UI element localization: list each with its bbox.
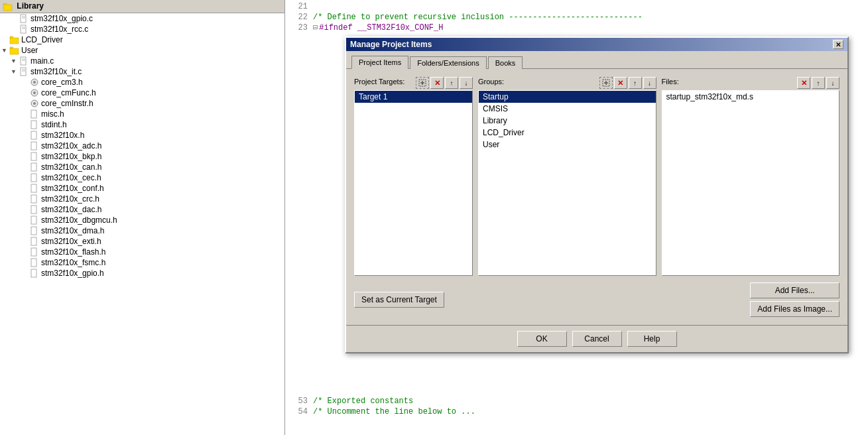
svg-rect-12 xyxy=(21,68,26,76)
files-buttons: ✕ ↑ ↓ xyxy=(797,77,839,89)
tree-item[interactable]: ▼ User xyxy=(0,45,284,56)
svg-point-16 xyxy=(33,81,36,84)
svg-rect-21 xyxy=(31,110,36,118)
delete-group-icon: ✕ xyxy=(617,79,623,88)
dialog-tabs: Project Items Folders/Extensions Books xyxy=(346,51,847,69)
group-item-label: User xyxy=(483,140,499,149)
groups-toolbar: Groups: ✕ ↑ xyxy=(478,77,656,89)
up-arrow-icon: ↑ xyxy=(450,80,454,87)
tree-item[interactable]: stm32f10x_can.h xyxy=(0,162,284,172)
tab-books[interactable]: Books xyxy=(488,56,523,69)
tree-item[interactable]: stm32f10x_conf.h xyxy=(0,183,284,194)
dialog-close-button[interactable]: ✕ xyxy=(833,40,843,49)
group-item-label: Library xyxy=(483,116,507,125)
tree-item-label: stm32f10x_cec.h xyxy=(41,173,101,182)
move-file-down-button[interactable]: ↓ xyxy=(826,77,839,89)
tree-item[interactable]: ▼ main.c xyxy=(0,56,284,66)
delete-group-button[interactable]: ✕ xyxy=(614,77,627,89)
set-as-current-target-button[interactable]: Set as Current Target xyxy=(354,292,444,308)
tree-item[interactable]: stm32f10x_dma.h xyxy=(0,225,284,236)
new-target-button[interactable] xyxy=(416,77,429,89)
move-target-up-button[interactable]: ↑ xyxy=(445,77,458,89)
tree-item[interactable]: ▼ stm32f10x_it.c xyxy=(0,66,284,77)
tree-item-label: misc.h xyxy=(41,109,64,119)
tree-item[interactable]: core_cmInstr.h xyxy=(0,98,284,109)
svg-rect-29 xyxy=(31,195,36,203)
files-action-buttons: Add Files... Add Files as Image... xyxy=(750,282,839,317)
new-group-button[interactable] xyxy=(599,77,613,89)
svg-rect-0 xyxy=(3,5,12,11)
down-file-arrow-icon: ↓ xyxy=(832,80,835,87)
move-target-down-button[interactable]: ↓ xyxy=(460,77,473,89)
tree-item[interactable]: stm32f10x_cec.h xyxy=(0,172,284,183)
tree-item[interactable]: stm32f10x_exti.h xyxy=(0,236,284,247)
tree-title: Library xyxy=(3,1,44,11)
tree-item[interactable]: stm32f10x_crc.h xyxy=(0,194,284,204)
groups-label: Groups: xyxy=(478,78,504,86)
svg-rect-22 xyxy=(31,121,36,129)
delete-file-button[interactable]: ✕ xyxy=(797,77,810,89)
tree-item[interactable]: stm32f10x_flash.h xyxy=(0,247,284,257)
tree-item[interactable]: core_cm3.h xyxy=(0,77,284,88)
move-group-up-button[interactable]: ↑ xyxy=(629,77,642,89)
tree-item[interactable]: stm32f10x_dac.h xyxy=(0,204,284,215)
expand-icon: ▼ xyxy=(11,68,19,75)
svg-rect-36 xyxy=(31,269,36,277)
tab-project-items[interactable]: Project Items xyxy=(351,56,408,69)
tree-item[interactable]: stm32f10x_bkp.h xyxy=(0,151,284,162)
svg-rect-27 xyxy=(31,174,36,182)
file-item[interactable]: startup_stm32f10x_md.s xyxy=(662,91,839,103)
modal-overlay: Manage Project Items ✕ Project Items Fol… xyxy=(285,0,868,435)
tree-item[interactable]: stm32f10x.h xyxy=(0,130,284,141)
tree-item-label: stm32f10x_dma.h xyxy=(41,226,104,235)
project-targets-list[interactable]: Target 1 xyxy=(354,90,473,276)
help-button[interactable]: Help xyxy=(627,331,677,347)
group-item[interactable]: Startup xyxy=(479,91,656,103)
move-file-up-button[interactable]: ↑ xyxy=(812,77,825,89)
svg-rect-32 xyxy=(31,227,36,235)
files-list[interactable]: startup_stm32f10x_md.s xyxy=(662,90,840,276)
tree-item[interactable]: core_cmFunc.h xyxy=(0,88,284,98)
file-item-label: startup_stm32f10x_md.s xyxy=(666,92,753,101)
tree-item-label: LCD_Driver xyxy=(21,35,63,44)
expand-icon: ▼ xyxy=(1,47,9,54)
group-item-label: Startup xyxy=(483,92,509,101)
tree-item[interactable]: misc.h xyxy=(0,109,284,119)
tree-item[interactable]: LCD_Driver xyxy=(0,34,284,45)
svg-rect-1 xyxy=(21,15,26,23)
svg-rect-31 xyxy=(31,216,36,224)
group-item[interactable]: LCD_Driver xyxy=(479,127,656,139)
tab-folders-extensions[interactable]: Folders/Extensions xyxy=(410,56,487,69)
delete-target-button[interactable]: ✕ xyxy=(430,77,444,89)
project-targets-buttons: ✕ ↑ ↓ xyxy=(416,77,473,89)
groups-list[interactable]: Startup CMSIS Library LCD_Driver xyxy=(478,90,656,276)
dialog-title: Manage Project Items xyxy=(350,40,432,49)
move-group-down-button[interactable]: ↓ xyxy=(643,77,656,89)
group-item[interactable]: User xyxy=(479,139,656,151)
group-item[interactable]: Library xyxy=(479,115,656,127)
down-group-arrow-icon: ↓ xyxy=(648,80,651,87)
groups-column: Groups: ✕ ↑ xyxy=(478,77,656,276)
tree-header: Library xyxy=(0,0,284,13)
groups-buttons: ✕ ↑ ↓ xyxy=(599,77,656,89)
columns-container: Project Targets: ✕ ↑ xyxy=(354,77,839,276)
tree-item[interactable]: stm32f10x_rcc.c xyxy=(0,24,284,34)
tree-item[interactable]: stm32f10x_gpio.h xyxy=(0,268,284,279)
add-files-as-image-button[interactable]: Add Files as Image... xyxy=(750,301,839,317)
tree-item-label: stdint.h xyxy=(41,120,67,129)
dialog-content: Project Targets: ✕ ↑ xyxy=(346,69,847,325)
tree-item[interactable]: stm32f10x_fsmc.h xyxy=(0,257,284,268)
add-files-button[interactable]: Add Files... xyxy=(750,282,839,298)
tree-item-label: stm32f10x_bkp.h xyxy=(41,152,101,161)
group-item-label: CMSIS xyxy=(483,104,508,113)
svg-rect-7 xyxy=(10,38,19,44)
tree-item[interactable]: stm32f10x_adc.h xyxy=(0,141,284,151)
project-targets-column: Project Targets: ✕ ↑ xyxy=(354,77,473,276)
group-item[interactable]: CMSIS xyxy=(479,103,656,115)
target-item[interactable]: Target 1 xyxy=(355,91,472,103)
cancel-button[interactable]: Cancel xyxy=(572,331,622,347)
ok-button[interactable]: OK xyxy=(517,331,567,347)
tree-item[interactable]: stm32f10x_dbgmcu.h xyxy=(0,215,284,225)
tree-item[interactable]: stdint.h xyxy=(0,119,284,130)
tree-item[interactable]: stm32f10x_gpio.c xyxy=(0,13,284,24)
